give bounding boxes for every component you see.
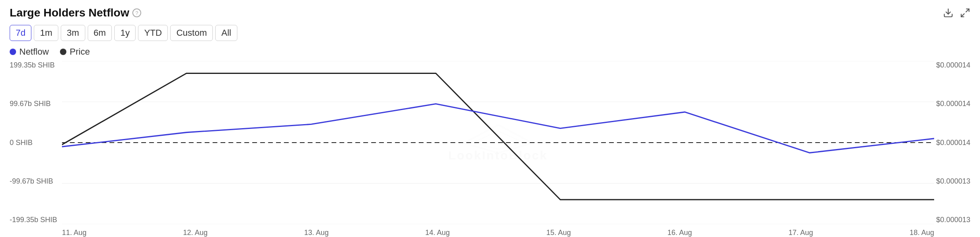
x-label-4: 14. Aug bbox=[425, 229, 450, 237]
price-dot bbox=[60, 49, 66, 55]
main-container: Large Holders Netflow ? bbox=[0, 0, 980, 237]
x-label-2: 12. Aug bbox=[183, 229, 208, 237]
filter-all[interactable]: All bbox=[215, 25, 237, 41]
price-label: Price bbox=[70, 47, 90, 57]
filter-7d[interactable]: 7d bbox=[10, 25, 31, 41]
y-label-r5: $0.000013 bbox=[936, 216, 970, 224]
price-line bbox=[62, 73, 934, 200]
expand-button[interactable] bbox=[960, 8, 970, 18]
filter-1m[interactable]: 1m bbox=[34, 25, 58, 41]
page-title: Large Holders Netflow bbox=[10, 6, 129, 19]
y-label-5: -199.35b SHIB bbox=[10, 216, 57, 224]
y-label-4: -99.67b SHIB bbox=[10, 177, 57, 186]
header: Large Holders Netflow ? bbox=[10, 6, 970, 19]
y-axis-left: 199.35b SHIB 99.67b SHIB 0 SHIB -99.67b … bbox=[10, 61, 57, 224]
x-label-3: 13. Aug bbox=[304, 229, 329, 237]
netflow-dot bbox=[10, 49, 16, 55]
filter-ytd[interactable]: YTD bbox=[138, 25, 168, 41]
header-right bbox=[943, 8, 970, 18]
x-label-8: 18. Aug bbox=[910, 229, 934, 237]
chart-wrapper: 199.35b SHIB 99.67b SHIB 0 SHIB -99.67b … bbox=[10, 61, 970, 237]
filter-1y[interactable]: 1y bbox=[114, 25, 136, 41]
svg-line-1 bbox=[966, 9, 969, 12]
y-label-r1: $0.000014 bbox=[936, 61, 970, 69]
x-label-1: 11. Aug bbox=[62, 229, 86, 237]
x-label-5: 15. Aug bbox=[546, 229, 571, 237]
help-icon[interactable]: ? bbox=[132, 8, 141, 17]
x-axis: 11. Aug 12. Aug 13. Aug 14. Aug 15. Aug … bbox=[62, 224, 934, 237]
y-label-r2: $0.000014 bbox=[936, 100, 970, 108]
y-label-2: 99.67b SHIB bbox=[10, 100, 57, 108]
time-filters: 7d 1m 3m 6m 1y YTD Custom All bbox=[10, 25, 970, 41]
y-label-r3: $0.000014 bbox=[936, 139, 970, 147]
x-label-6: 16. Aug bbox=[667, 229, 692, 237]
y-label-r4: $0.000013 bbox=[936, 177, 970, 186]
legend-price: Price bbox=[60, 47, 90, 57]
download-button[interactable] bbox=[943, 8, 953, 18]
chart-area: LookIntoBlock bbox=[62, 61, 934, 224]
legend-netflow: Netflow bbox=[10, 47, 49, 57]
chart-svg bbox=[62, 61, 934, 224]
header-left: Large Holders Netflow ? bbox=[10, 6, 141, 19]
netflow-line bbox=[62, 104, 934, 153]
filter-6m[interactable]: 6m bbox=[88, 25, 112, 41]
filter-custom[interactable]: Custom bbox=[170, 25, 213, 41]
netflow-label: Netflow bbox=[19, 47, 49, 57]
x-label-7: 17. Aug bbox=[789, 229, 813, 237]
y-label-3: 0 SHIB bbox=[10, 139, 57, 147]
y-label-1: 199.35b SHIB bbox=[10, 61, 57, 69]
svg-line-2 bbox=[961, 14, 964, 17]
filter-3m[interactable]: 3m bbox=[61, 25, 85, 41]
legend: Netflow Price bbox=[10, 47, 970, 57]
y-axis-right: $0.000014 $0.000014 $0.000014 $0.000013 … bbox=[936, 61, 970, 224]
